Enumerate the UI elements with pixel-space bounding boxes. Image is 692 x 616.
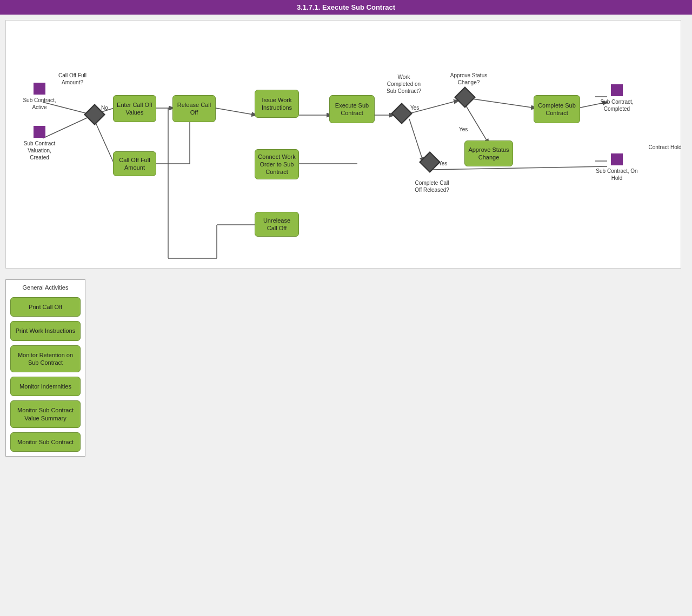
calloff-full-amount-box[interactable]: Call Off Full Amount xyxy=(113,151,156,176)
sub-contract-valuation-label: Sub Contract Valuation, Created xyxy=(18,126,61,161)
sub-contract-valuation-icon xyxy=(34,126,45,138)
execute-sub-contract-box[interactable]: Execute Sub Contract xyxy=(329,95,375,123)
print-work-instructions-button[interactable]: Print Work Instructions xyxy=(10,321,81,340)
monitor-indemnities-button[interactable]: Monitor Indemnities xyxy=(10,377,81,396)
monitor-sub-contract-button[interactable]: Monitor Sub Contract xyxy=(10,432,81,452)
sidebar-title: General Activities xyxy=(10,284,81,291)
calloff-released-label: Complete Call Off Released? xyxy=(412,179,451,193)
diamond-approve-status xyxy=(454,86,476,108)
enter-calloff-box[interactable]: Enter Call Off Values xyxy=(113,95,156,122)
calloff-question-label: Call Off Full Amount? xyxy=(54,72,91,86)
monitor-retention-button[interactable]: Monitor Retention on Sub Contract xyxy=(10,345,81,373)
diamond-work-completed xyxy=(391,103,412,124)
connect-work-order-box[interactable]: Connect Work Order to Sub Contract xyxy=(255,149,299,179)
issue-work-instructions-box[interactable]: Issue Work Instructions xyxy=(255,90,299,118)
general-activities-sidebar: General Activities Print Call Off Print … xyxy=(5,279,85,457)
release-calloff-box[interactable]: Release Call Off xyxy=(172,95,216,122)
sub-contract-onhold-icon xyxy=(611,153,623,165)
diamond-calloff-released xyxy=(419,151,441,173)
svg-line-11 xyxy=(473,99,536,108)
sub-contract-onhold-label: Sub Contract, On Hold xyxy=(595,153,638,182)
sub-contract-active-icon xyxy=(34,83,45,95)
svg-line-10 xyxy=(466,106,489,144)
svg-line-3 xyxy=(95,120,114,164)
title-text: 3.1.7.1. Execute Sub Contract xyxy=(297,3,395,11)
title-bar: 3.1.7.1. Execute Sub Contract xyxy=(0,0,692,15)
connector-lines xyxy=(6,21,681,268)
sub-contract-completed-icon xyxy=(611,84,623,96)
approve-status-label: Approve Status Change? xyxy=(449,72,488,86)
work-completed-label: Work Completed on Sub Contract? xyxy=(384,73,423,95)
svg-line-5 xyxy=(216,108,256,115)
complete-sub-contract-box[interactable]: Complete Sub Contract xyxy=(534,95,580,123)
no-label: No xyxy=(101,104,108,111)
svg-line-15 xyxy=(431,166,607,170)
print-call-off-button[interactable]: Print Call Off xyxy=(10,297,81,317)
sub-contract-active-label: Sub Contract, Active xyxy=(18,83,61,111)
contract-hold-label: Contract Hold xyxy=(647,144,683,151)
main-area: Sub Contract, Active Sub Contract Valuat… xyxy=(0,15,692,462)
sub-contract-completed-label: Sub Contract, Completed xyxy=(595,84,638,112)
svg-line-9 xyxy=(409,119,423,162)
unrelease-calloff-box[interactable]: Unrelease Call Off xyxy=(255,212,299,237)
yes-label-3: Yes xyxy=(438,160,447,167)
yes-label-1: Yes xyxy=(410,104,419,111)
yes-label-2: Yes xyxy=(459,126,468,133)
diagram-container: Sub Contract, Active Sub Contract Valuat… xyxy=(5,20,681,269)
approve-status-change-box[interactable]: Approve Status Change xyxy=(464,140,513,166)
monitor-sub-contract-value-button[interactable]: Monitor Sub Contract Value Summary xyxy=(10,400,81,428)
